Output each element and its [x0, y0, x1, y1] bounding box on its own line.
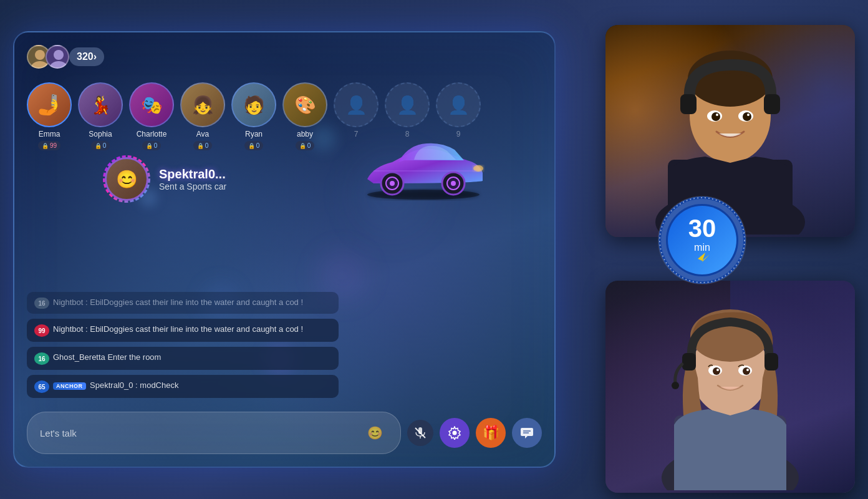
svg-point-23: [711, 112, 720, 121]
mic-icon: [413, 426, 427, 440]
chat-text-4: ANCHOR Spektral0_0 : modCheck: [53, 380, 178, 391]
badge-ryan: 🔒0: [244, 141, 264, 150]
ghost-slot-8: 👤 8: [385, 82, 430, 138]
avatar-abby: 🎨: [282, 82, 327, 127]
main-container: 320› 🤳 Emma 🔒99 💃 Sophia: [13, 12, 855, 487]
settings-action-button[interactable]: [440, 418, 470, 448]
ghost-avatar-8: 👤: [385, 82, 430, 127]
svg-point-47: [672, 382, 679, 389]
svg-point-25: [716, 114, 718, 116]
svg-point-43: [743, 367, 750, 375]
gift-desc: Sent a Sports car: [159, 182, 226, 191]
svg-rect-27: [680, 94, 697, 114]
chat-text-3: Ghost_Beretta Enter the room: [53, 352, 161, 363]
svg-rect-46: [682, 353, 696, 371]
badge-ava: 🔒0: [193, 141, 213, 150]
name-sophia: Sophia: [89, 130, 112, 138]
anchor-badge: ANCHOR: [53, 382, 86, 390]
badge-abby: 🔒0: [296, 141, 315, 150]
gift-text: Spektral0... Sent a Sports car: [159, 167, 226, 191]
ghost-slot-7: 👤 7: [334, 82, 379, 138]
sports-car-svg: [355, 132, 492, 201]
input-bar: Let's talk 😊 🎁: [27, 412, 542, 454]
emoji-button-inline[interactable]: 😊: [362, 420, 388, 446]
svg-text:min: min: [694, 242, 710, 253]
ghost-avatar-9: 👤: [436, 82, 481, 127]
name-charlotte: Charlotte: [137, 130, 167, 138]
viewer-avatars: [27, 45, 64, 69]
name-ava: Ava: [196, 130, 209, 138]
audience-member-abby[interactable]: 🎨 abby 🔒0: [282, 82, 327, 150]
viewer-count-badge: 320›: [69, 47, 104, 66]
svg-point-26: [747, 114, 750, 116]
name-abby: abby: [297, 130, 313, 138]
chat-area: 16 Nightbot : EbilDoggies cast their lin…: [27, 292, 339, 398]
avatar-emma: 🤳: [27, 82, 72, 127]
gift-action-button[interactable]: 🎁: [476, 418, 506, 448]
gift-sender-wrapper: 😊: [102, 154, 152, 204]
female-figure: [643, 291, 817, 493]
badge-emma: 🔒99: [38, 141, 60, 150]
female-gamer-bg: [605, 281, 855, 493]
avatar-sophia: 💃: [78, 82, 123, 127]
ghost-slot-9: 👤 9: [436, 82, 481, 138]
chat-message-4: 65 ANCHOR Spektral0_0 : modCheck: [27, 375, 339, 398]
sports-car: [355, 132, 492, 203]
name-ryan: Ryan: [245, 130, 263, 138]
svg-point-24: [743, 112, 751, 121]
avatar-ryan: 🧑: [231, 82, 276, 127]
ghost-avatar-7: 👤: [334, 82, 379, 127]
chat-text-2: Nightbot : EbilDoggies cast their line i…: [53, 324, 303, 335]
viewer-avatar-2: [46, 45, 69, 69]
gift-sender-avatar: 😊: [105, 157, 148, 201]
chat-level-4: 65: [34, 380, 49, 393]
name-emma: Emma: [39, 130, 60, 138]
badge-sophia: 🔒0: [91, 141, 110, 150]
gift-username: Spektral0...: [159, 167, 226, 182]
audience-member-ryan[interactable]: 🧑 Ryan 🔒0: [231, 82, 276, 150]
photo-bottom: [605, 281, 855, 493]
chat-bubble-icon: [520, 426, 534, 440]
chat-input[interactable]: Let's talk 😊: [27, 412, 401, 454]
audience-member-charlotte[interactable]: 🎭 Charlotte 🔒0: [129, 82, 174, 150]
chat-message-3: 16 Ghost_Beretta Enter the room: [27, 347, 339, 370]
avatar-charlotte: 🎭: [129, 82, 174, 127]
audience-member-ava[interactable]: 👧 Ava 🔒0: [180, 82, 225, 150]
timer-circle: 30 min: [655, 193, 749, 287]
audience-member-sophia[interactable]: 💃 Sophia 🔒0: [78, 82, 123, 150]
chat-level-2: 99: [34, 324, 49, 337]
chat-action-button[interactable]: [512, 418, 542, 448]
svg-point-42: [713, 367, 720, 375]
svg-point-13: [453, 431, 457, 435]
chat-level-1: 16: [34, 298, 49, 309]
chat-text-1: Nightbot : EbilDoggies cast their line i…: [53, 297, 303, 308]
gear-icon: [448, 426, 461, 440]
female-figure-svg: [643, 291, 817, 490]
svg-point-45: [746, 369, 749, 371]
svg-point-44: [716, 369, 719, 371]
gift-notification: 😊 Spektral0... Sent a Sports car: [102, 154, 226, 204]
audience-member-emma[interactable]: 🤳 Emma 🔒99: [27, 82, 72, 150]
svg-point-7: [451, 181, 456, 186]
right-panel: 30 min: [587, 12, 855, 499]
input-placeholder: Let's talk: [40, 428, 77, 438]
svg-rect-48: [764, 353, 778, 371]
badge-charlotte: 🔒0: [142, 141, 162, 150]
chat-level-3: 16: [34, 352, 49, 365]
mic-mute-button[interactable]: [407, 420, 433, 446]
stream-panel: 320› 🤳 Emma 🔒99 💃 Sophia: [13, 31, 556, 468]
timer-svg: 30 min: [655, 193, 749, 287]
svg-point-4: [390, 181, 395, 186]
chat-message-1: 16 Nightbot : EbilDoggies cast their lin…: [27, 292, 339, 314]
viewer-bar: 320›: [27, 45, 104, 69]
svg-rect-28: [764, 94, 780, 114]
chat-message-2: 99 Nightbot : EbilDoggies cast their lin…: [27, 319, 339, 342]
avatar-ava: 👧: [180, 82, 225, 127]
svg-text:30: 30: [688, 215, 716, 242]
